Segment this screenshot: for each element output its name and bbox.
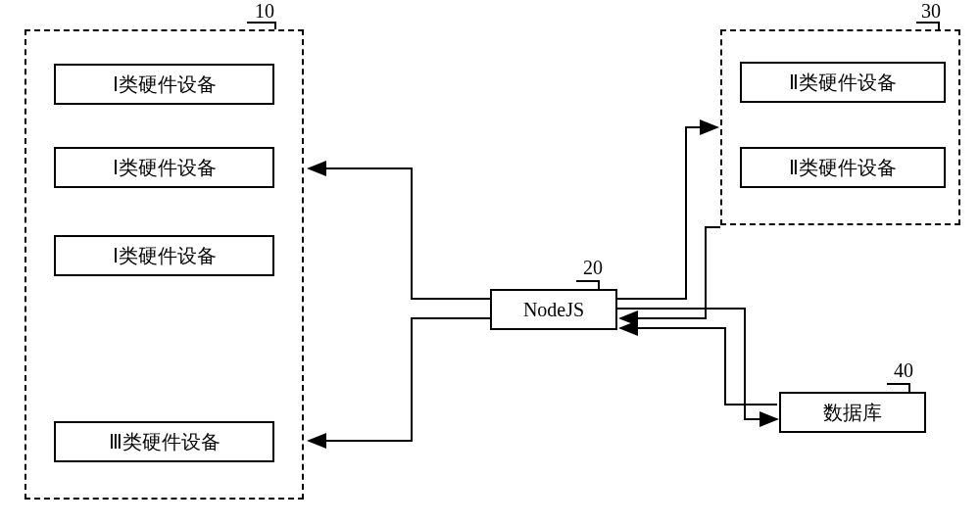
nodejs-label: NodeJS: [523, 299, 584, 321]
hw-type3-label: Ⅲ类硬件设备: [109, 429, 220, 455]
nodejs-box: NodeJS: [490, 289, 617, 330]
group-30-label: 30: [921, 0, 941, 23]
hw-type1-label-1: Ⅰ类硬件设备: [113, 72, 217, 98]
group-30-bracket: [916, 22, 940, 29]
hw-type1-box-2: Ⅰ类硬件设备: [54, 147, 274, 188]
database-label: 数据库: [823, 400, 882, 426]
node-20-label: 20: [583, 257, 603, 279]
group-30-container: [720, 29, 960, 225]
group-10-bracket: [247, 22, 276, 29]
hw-type1-label-3: Ⅰ类硬件设备: [113, 243, 217, 269]
hw-type1-box-1: Ⅰ类硬件设备: [54, 64, 274, 105]
hw-type1-box-3: Ⅰ类硬件设备: [54, 235, 274, 276]
database-box: 数据库: [779, 392, 926, 433]
node-20-bracket: [576, 280, 600, 289]
node-40-bracket: [887, 383, 910, 392]
hw-type2-label-2: Ⅱ类硬件设备: [789, 155, 897, 181]
hw-type2-label-1: Ⅱ类硬件设备: [789, 70, 897, 96]
hw-type2-box-2: Ⅱ类硬件设备: [740, 147, 946, 188]
hw-type2-box-1: Ⅱ类硬件设备: [740, 62, 946, 103]
hw-type3-box: Ⅲ类硬件设备: [54, 421, 274, 462]
hw-type1-label-2: Ⅰ类硬件设备: [113, 155, 217, 181]
group-10-label: 10: [255, 0, 274, 23]
node-40-label: 40: [894, 359, 913, 382]
